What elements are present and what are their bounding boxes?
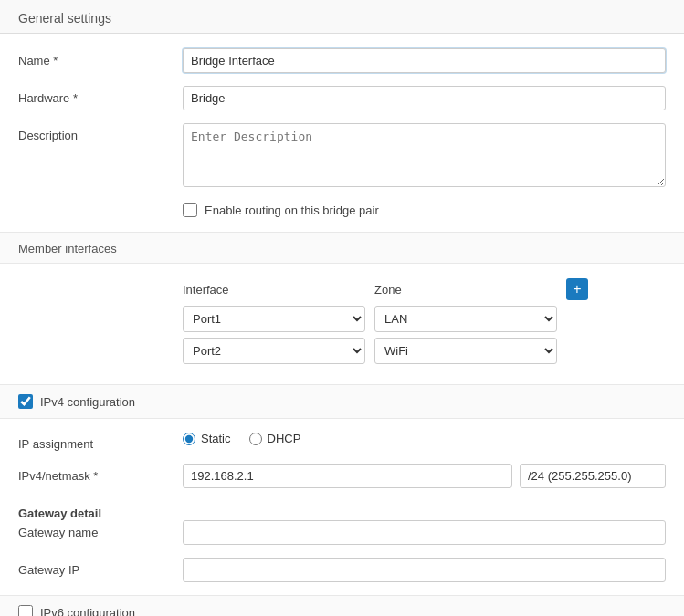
- add-icon: +: [573, 282, 581, 297]
- ipv4-netmask-inputs: [183, 464, 666, 488]
- gateway-name-control: [183, 520, 666, 545]
- gateway-name-input[interactable]: [183, 520, 666, 545]
- enable-routing-label: Enable routing on this bridge pair: [205, 204, 379, 217]
- name-control: [183, 48, 666, 73]
- interface-select-1[interactable]: Port1 Port2 Port3 Port4: [183, 306, 365, 332]
- interface-header-row: Interface Zone +: [183, 278, 666, 300]
- ipv4-toggle-section: IPv4 configuration: [0, 385, 684, 419]
- hardware-control: [183, 86, 666, 110]
- static-radio[interactable]: [183, 433, 195, 445]
- zone-select-2[interactable]: LAN WiFi WAN DMZ: [374, 338, 557, 364]
- interface-select-col-1: Port1 Port2 Port3 Port4: [183, 306, 365, 332]
- zone-col-label: Zone: [374, 283, 402, 297]
- member-interfaces-header: Member interfaces: [0, 233, 684, 264]
- hardware-input[interactable]: [183, 86, 666, 110]
- gateway-ip-row: Gateway IP: [18, 558, 666, 582]
- name-label: Name *: [18, 48, 183, 68]
- dhcp-label: DHCP: [268, 432, 301, 445]
- static-option[interactable]: Static: [183, 432, 231, 445]
- add-interface-button[interactable]: +: [566, 278, 588, 300]
- ipv4-checkbox[interactable]: [18, 394, 33, 409]
- dhcp-option[interactable]: DHCP: [249, 432, 301, 445]
- ipv4-checkbox-row: IPv4 configuration: [18, 394, 666, 409]
- ipv6-label: IPv6 configuration: [40, 606, 135, 617]
- name-row: Name *: [18, 48, 666, 73]
- main-container: General settings Name * Hardware * Descr…: [0, 0, 684, 616]
- hardware-row: Hardware *: [18, 86, 666, 110]
- dhcp-radio[interactable]: [249, 433, 262, 445]
- name-input[interactable]: [183, 48, 666, 73]
- static-label: Static: [201, 432, 231, 445]
- ip-assignment-control: Static DHCP: [183, 432, 666, 445]
- gateway-detail-row: Gateway detail: [18, 501, 666, 520]
- gateway-ip-control: [183, 558, 666, 582]
- zone-select-col-2: LAN WiFi WAN DMZ: [374, 338, 557, 364]
- interface-row-1: Port1 Port2 Port3 Port4 LAN WiFi WAN DMZ: [183, 306, 666, 332]
- ipv4-address-input[interactable]: [183, 464, 512, 488]
- gateway-name-label: Gateway name: [18, 520, 183, 539]
- interface-select-col-2: Port1 Port2 Port3 Port4: [183, 338, 365, 364]
- gateway-detail-label: Gateway detail: [18, 501, 183, 520]
- radio-group: Static DHCP: [183, 432, 666, 445]
- ipv4-netmask-control: [183, 464, 666, 488]
- description-textarea[interactable]: [183, 123, 666, 187]
- interface-row-2: Port1 Port2 Port3 Port4 LAN WiFi WAN DMZ: [183, 338, 666, 364]
- description-control: [183, 123, 666, 190]
- member-interfaces-title: Member interfaces: [18, 242, 117, 256]
- interface-col-label: Interface: [183, 283, 229, 297]
- general-settings-title: General settings: [18, 11, 111, 26]
- netmask-input[interactable]: [520, 464, 666, 488]
- description-row: Description: [18, 123, 666, 190]
- zone-select-col-1: LAN WiFi WAN DMZ: [374, 306, 557, 332]
- netmask-input-wrapper: [520, 464, 666, 488]
- zone-select-1[interactable]: LAN WiFi WAN DMZ: [374, 306, 557, 332]
- ip-assignment-label: IP assignment: [18, 432, 183, 451]
- enable-routing-checkbox[interactable]: [183, 203, 197, 217]
- description-label: Description: [18, 123, 183, 142]
- general-settings-header: General settings: [0, 0, 684, 34]
- gateway-detail-text: Gateway detail: [18, 506, 101, 520]
- general-settings-form: Name * Hardware * Description Enable rou…: [0, 34, 684, 233]
- hardware-label: Hardware *: [18, 86, 183, 105]
- zone-col-header: Zone: [374, 283, 557, 297]
- ipv4-netmask-row: IPv4/netmask *: [18, 464, 666, 488]
- enable-routing-row: Enable routing on this bridge pair: [183, 203, 666, 217]
- member-interfaces-section: Interface Zone + Port1 Port2 Port3 Port4: [0, 264, 684, 385]
- ipv4-config-section: IP assignment Static DHCP IPv4/netmask *: [0, 419, 684, 596]
- ipv6-toggle-section: IPv6 configuration: [0, 596, 684, 616]
- ipv6-checkbox-row: IPv6 configuration: [18, 605, 666, 616]
- interface-select-2[interactable]: Port1 Port2 Port3 Port4: [183, 338, 365, 364]
- ipv4-label: IPv4 configuration: [40, 395, 135, 409]
- gateway-ip-label: Gateway IP: [18, 558, 183, 577]
- ip-assignment-row: IP assignment Static DHCP: [18, 432, 666, 451]
- interface-table: Interface Zone + Port1 Port2 Port3 Port4: [183, 278, 666, 364]
- ipv4-netmask-label: IPv4/netmask *: [18, 464, 183, 483]
- gateway-ip-input[interactable]: [183, 558, 666, 582]
- gateway-name-row: Gateway name: [18, 520, 666, 545]
- ipv4-input-wrapper: [183, 464, 512, 488]
- ipv6-checkbox[interactable]: [18, 605, 33, 616]
- interface-col-header: Interface: [183, 283, 365, 297]
